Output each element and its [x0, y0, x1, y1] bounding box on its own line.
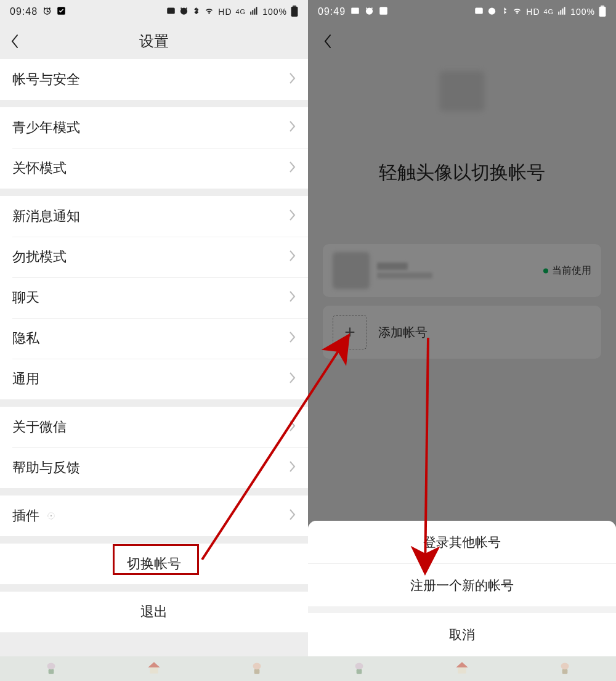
signal-bars-icon [249, 6, 259, 17]
add-account-label: 添加帐号 [378, 324, 428, 341]
svg-point-11 [47, 663, 55, 669]
status-bar: 09:49 HD 4G 100% [308, 0, 616, 23]
back-button[interactable] [313, 23, 342, 59]
chevron-right-icon [290, 508, 296, 524]
svg-rect-13 [254, 669, 259, 674]
flower-icon [43, 659, 59, 678]
svg-rect-17 [476, 8, 484, 14]
bluetooth-icon [192, 6, 200, 17]
row-label: 帮助与反馈 [12, 459, 80, 477]
row-label: 退出 [140, 603, 168, 621]
current-badge: 当前使用 [543, 264, 591, 277]
settings-screen: 09:48 HD 4G 100% 设置 帐号与安 [0, 0, 308, 681]
chevron-right-icon [290, 160, 296, 176]
svg-rect-2 [250, 12, 251, 15]
row-about[interactable]: 关于微信 [0, 407, 308, 447]
home-icon [454, 659, 470, 678]
row-care-mode[interactable]: 关怀模式 [0, 148, 308, 189]
check-icon [379, 6, 388, 18]
current-account-card[interactable]: 当前使用 [323, 244, 601, 297]
row-plugins[interactable]: 插件 [0, 495, 308, 536]
bottom-dock [0, 656, 308, 681]
status-time: 09:49 [318, 6, 346, 17]
alarm-icon [487, 6, 496, 17]
chevron-right-icon [290, 371, 296, 387]
svg-point-9 [51, 515, 52, 516]
row-help-feedback[interactable]: 帮助与反馈 [0, 447, 308, 488]
svg-rect-26 [458, 667, 466, 674]
svg-rect-6 [293, 6, 296, 7]
chevron-right-icon [290, 460, 296, 476]
bluetooth-icon [500, 6, 508, 17]
status-bar: 09:48 HD 4G 100% [0, 0, 308, 23]
svg-rect-15 [351, 7, 359, 14]
battery-icon [291, 6, 298, 18]
svg-rect-23 [599, 6, 606, 16]
chevron-right-icon [290, 290, 296, 306]
chevron-right-icon [290, 120, 296, 136]
chevron-right-icon [290, 249, 296, 265]
bottom-dock [308, 656, 616, 681]
voice-icon [166, 6, 176, 17]
row-switch-account[interactable]: 切换帐号 [0, 544, 308, 584]
svg-rect-16 [379, 7, 387, 15]
svg-rect-27 [562, 669, 567, 674]
status-battery: 100% [262, 7, 287, 17]
row-label: 关于微信 [12, 418, 67, 436]
status-hd: HD [218, 7, 232, 17]
chevron-right-icon [290, 330, 296, 346]
svg-rect-22 [601, 6, 604, 7]
row-privacy[interactable]: 隐私 [0, 318, 308, 359]
status-battery: 100% [570, 7, 595, 17]
svg-rect-21 [564, 7, 565, 15]
plus-icon: + [333, 315, 367, 349]
row-label: 青少年模式 [12, 118, 80, 137]
row-notifications[interactable]: 新消息通知 [0, 196, 308, 237]
switch-title: 轻触头像以切换帐号 [379, 160, 545, 186]
add-account-card[interactable]: + 添加帐号 [323, 306, 601, 359]
svg-rect-1 [168, 8, 176, 14]
action-sheet: 登录其他帐号 注册一个新的帐号 取消 [308, 521, 616, 656]
row-logout[interactable]: 退出 [0, 592, 308, 632]
sheet-register-new[interactable]: 注册一个新的帐号 [308, 564, 616, 607]
row-label: 隐私 [12, 329, 39, 348]
back-button[interactable] [0, 23, 30, 59]
alarm-icon [365, 6, 374, 18]
signal-bars-icon [557, 6, 567, 17]
voice-icon [474, 6, 484, 17]
sheet-cancel[interactable]: 取消 [308, 613, 616, 656]
chevron-right-icon [290, 419, 296, 435]
row-account-security[interactable]: 帐号与安全 [0, 59, 308, 100]
svg-rect-20 [562, 9, 564, 15]
row-label: 聊天 [12, 288, 39, 307]
row-label: 关怀模式 [12, 159, 67, 177]
svg-point-28 [561, 663, 569, 669]
check-icon [57, 6, 66, 18]
wifi-icon [512, 6, 522, 17]
row-chat[interactable]: 聊天 [0, 277, 308, 318]
svg-rect-5 [256, 7, 257, 15]
page-title: 设置 [0, 31, 308, 51]
row-label: 帐号与安全 [12, 70, 80, 89]
switch-account-screen: 09:49 HD 4G 100% 轻触头像以切换帐号 [308, 0, 616, 681]
home-icon [146, 659, 162, 678]
svg-rect-18 [558, 12, 559, 15]
svg-rect-12 [150, 667, 158, 674]
plugin-badge-icon [47, 508, 55, 523]
alarm-icon [43, 6, 52, 18]
alarm-icon [179, 6, 188, 17]
svg-point-14 [253, 663, 261, 669]
status-hd: HD [526, 7, 540, 17]
row-label: 新消息通知 [12, 207, 80, 226]
svg-rect-7 [291, 6, 298, 16]
row-general[interactable]: 通用 [0, 359, 308, 399]
svg-rect-10 [49, 669, 54, 674]
svg-rect-3 [253, 10, 254, 15]
status-dot-icon [543, 268, 548, 273]
sheet-login-other[interactable]: 登录其他帐号 [308, 521, 616, 564]
avatar-placeholder [440, 71, 484, 111]
row-youth-mode[interactable]: 青少年模式 [0, 107, 308, 148]
flower-icon [351, 659, 367, 678]
svg-rect-24 [357, 669, 362, 674]
row-dnd[interactable]: 勿扰模式 [0, 237, 308, 277]
